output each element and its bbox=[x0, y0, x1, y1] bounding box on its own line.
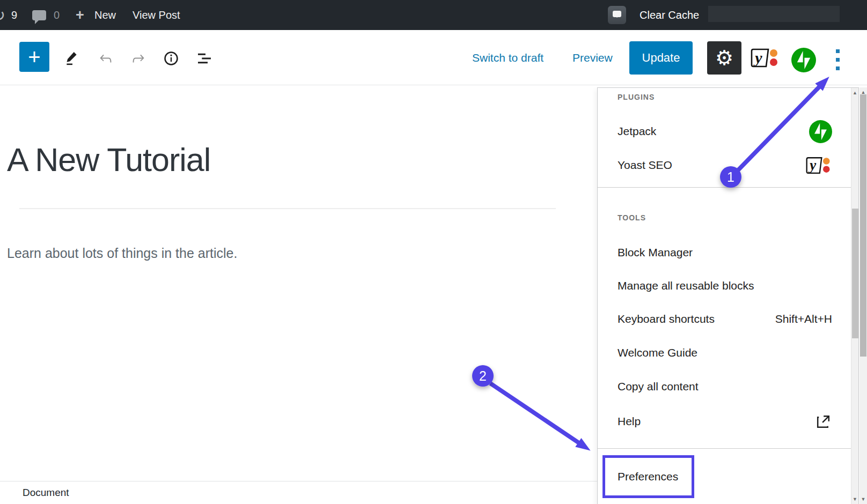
list-view-button[interactable] bbox=[196, 50, 213, 67]
breadcrumb: Document bbox=[23, 487, 69, 499]
external-link-icon bbox=[814, 413, 832, 431]
comment-bubble-icon bbox=[32, 10, 46, 20]
new-plus-icon[interactable]: + bbox=[76, 0, 84, 30]
undo-button[interactable] bbox=[97, 50, 114, 67]
admin-bar-highlight bbox=[708, 6, 840, 22]
post-paragraph[interactable]: Learn about lots of things in the articl… bbox=[7, 246, 237, 261]
page-scrollbar[interactable]: ▲ ▼ bbox=[859, 87, 867, 504]
post-title[interactable]: A New Tutorial bbox=[7, 141, 210, 179]
preferences-highlight-box: Preferences bbox=[603, 455, 694, 498]
menu-item-copy-all-content[interactable]: Copy all content bbox=[618, 375, 832, 398]
preview-link[interactable]: Preview bbox=[572, 30, 613, 85]
menu-item-welcome-guide[interactable]: Welcome Guide bbox=[618, 341, 832, 365]
menu-item-block-manager[interactable]: Block Manager bbox=[618, 241, 832, 264]
scroll-up-icon[interactable]: ▲ bbox=[851, 90, 858, 95]
annotation-arrow-2 bbox=[490, 383, 581, 444]
comments-count[interactable]: 0 bbox=[54, 0, 60, 30]
menu-separator bbox=[598, 448, 851, 449]
jetpack-icon bbox=[809, 120, 832, 143]
step-2-number: 2 bbox=[479, 368, 487, 383]
menu-item-label: Welcome Guide bbox=[618, 346, 697, 359]
svg-text:y: y bbox=[753, 49, 762, 66]
admin-bar-view-post[interactable]: View Post bbox=[133, 0, 180, 30]
yoast-icon: y bbox=[805, 155, 832, 175]
redo-icon bbox=[130, 50, 147, 67]
title-divider bbox=[19, 208, 556, 209]
menu-item-label: Keyboard shortcuts bbox=[618, 313, 715, 325]
wp-admin-bar: ↻ 9 0 + New View Post Clear Cache bbox=[0, 0, 867, 30]
info-icon bbox=[163, 50, 180, 67]
menu-item-label: Jetpack bbox=[618, 125, 656, 138]
menu-item-yoast-seo[interactable]: Yoast SEO y bbox=[618, 153, 832, 177]
scroll-down-icon[interactable]: ▼ bbox=[851, 496, 858, 502]
svg-text:y: y bbox=[808, 157, 816, 173]
menu-item-label: Copy all content bbox=[618, 380, 699, 393]
scroll-down-icon[interactable]: ▼ bbox=[859, 496, 867, 502]
menu-item-label: Block Manager bbox=[618, 246, 693, 259]
undo-icon bbox=[97, 50, 114, 67]
more-tools-options-menu: PLUGINS Jetpack Yoast SEO y TOOLS Block … bbox=[597, 87, 859, 504]
page-scrollbar-thumb[interactable] bbox=[860, 94, 866, 357]
updates-count[interactable]: 9 bbox=[11, 0, 17, 30]
gear-icon: ⚙ bbox=[715, 46, 733, 70]
menu-item-preferences[interactable]: Preferences bbox=[618, 470, 678, 483]
menu-item-label: Manage all reusable blocks bbox=[618, 279, 754, 292]
admin-bar-new[interactable]: New bbox=[94, 0, 116, 30]
jetpack-icon bbox=[791, 48, 816, 72]
menu-scrollbar-thumb[interactable] bbox=[852, 209, 858, 338]
menu-item-manage-reusable-blocks[interactable]: Manage all reusable blocks bbox=[618, 274, 832, 298]
plugins-section-header: PLUGINS bbox=[618, 91, 832, 103]
details-button[interactable] bbox=[163, 50, 180, 67]
updates-icon[interactable]: ↻ bbox=[0, 0, 5, 30]
block-inserter-button[interactable]: + bbox=[19, 42, 49, 72]
keyboard-shortcut-hint: Shift+Alt+H bbox=[775, 313, 832, 325]
yoast-seo-button[interactable]: y bbox=[750, 47, 780, 69]
menu-scrollbar[interactable]: ▲ ▼ bbox=[851, 88, 858, 504]
gutenberg-editor-screen: ↻ 9 0 + New View Post Clear Cache + bbox=[0, 0, 867, 504]
menu-separator bbox=[598, 187, 851, 188]
redo-button[interactable] bbox=[130, 50, 147, 67]
clear-cache-icon[interactable] bbox=[608, 6, 626, 24]
switch-to-draft-link[interactable]: Switch to draft bbox=[472, 30, 543, 85]
dot-icon bbox=[836, 49, 840, 53]
admin-bar-clear-cache[interactable]: Clear Cache bbox=[640, 0, 699, 30]
more-tools-options-button[interactable] bbox=[833, 46, 842, 73]
menu-item-jetpack[interactable]: Jetpack bbox=[618, 120, 832, 143]
list-view-icon bbox=[196, 50, 213, 67]
update-button[interactable]: Update bbox=[629, 41, 693, 75]
menu-item-label: Yoast SEO bbox=[618, 159, 672, 172]
dot-icon bbox=[836, 66, 840, 70]
dot-icon bbox=[836, 58, 840, 62]
settings-button[interactable]: ⚙ bbox=[707, 41, 741, 75]
edit-pencil-icon[interactable] bbox=[64, 50, 81, 67]
tools-section-header: TOOLS bbox=[618, 211, 832, 224]
jetpack-button[interactable] bbox=[791, 48, 816, 72]
editor-toolbar: + bbox=[0, 30, 867, 85]
yoast-icon: y bbox=[750, 47, 780, 69]
comments-bubble-icon[interactable] bbox=[32, 0, 46, 30]
annotation-step-2: 2 bbox=[472, 365, 494, 387]
menu-item-label: Help bbox=[618, 415, 641, 428]
pencil-icon bbox=[64, 50, 80, 66]
menu-item-keyboard-shortcuts[interactable]: Keyboard shortcuts Shift+Alt+H bbox=[618, 307, 832, 331]
menu-item-help[interactable]: Help bbox=[618, 410, 832, 433]
document-breadcrumb-bar: Document bbox=[0, 481, 597, 504]
clear-cache-bubble-icon bbox=[608, 6, 626, 24]
